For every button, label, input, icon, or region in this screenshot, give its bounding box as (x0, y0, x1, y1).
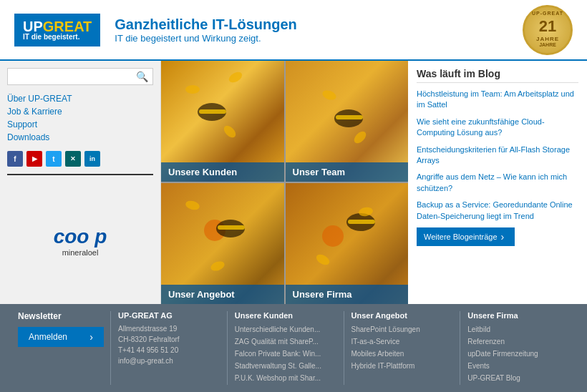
xing-icon[interactable]: ✕ (65, 151, 81, 167)
page-title: Ganzheitliche IT-Lösungen (115, 16, 296, 33)
coop-logo: coo p (54, 227, 107, 247)
nav-ueber[interactable]: Über UP-GREAT (7, 92, 153, 105)
footer-kunden-title: Unsere Kunden (235, 311, 336, 320)
header-subline: IT die begeistert und Wirkung zeigt. (115, 33, 296, 44)
more-blog-button[interactable]: Weitere Blogeinträge › (417, 227, 515, 246)
footer-angebot-0[interactable]: SharePoint Lösungen (351, 323, 453, 335)
grid-firma[interactable]: Unsere Firma (286, 183, 409, 304)
footer-firma: Unsere Firma Leitbild Referenzen upDate … (460, 311, 576, 385)
footer-firma-3[interactable]: Events (467, 360, 569, 372)
footer-company: UP-GREAT AG Allmendstrasse 19 CH-8320 Fe… (111, 311, 228, 385)
partner-logo-area: coo p mineraloel (7, 174, 153, 297)
footer-angebot-3[interactable]: Hybride IT-Plattform (351, 360, 453, 372)
blog-title: Was läuft im Blog (417, 68, 578, 83)
grid-angebot[interactable]: Unser Angebot (161, 183, 284, 304)
search-input[interactable] (12, 72, 136, 82)
footer: Newsletter Anmelden › UP-GREAT AG Allmen… (0, 304, 587, 392)
grid-label-angebot: Unser Angebot (161, 285, 284, 304)
logo-up: UP (23, 19, 43, 34)
footer-angebot-title: Unser Angebot (351, 311, 453, 320)
footer-company-title: UP-GREAT AG (118, 311, 220, 320)
footer-kunden-4[interactable]: P.U.K. Webshop mit Shar... (235, 372, 336, 384)
grid-label-kunden: Unsere Kunden (161, 162, 284, 182)
blog-entry-3[interactable]: Angriffe aus dem Netz – Wie kann ich mic… (417, 172, 578, 194)
search-box[interactable]: 🔍 (7, 68, 153, 85)
blog-entry-0[interactable]: Höchstleistung im Team: Am Arbeitsplatz … (417, 89, 578, 111)
newsletter-title: Newsletter (18, 311, 103, 321)
search-icon[interactable]: 🔍 (136, 71, 148, 82)
blog-entry-2[interactable]: Entscheidungskriterien für All-Flash Sto… (417, 144, 578, 167)
blog-entry-4[interactable]: Backup as a Service: Georedundante Onlin… (417, 200, 578, 222)
nav-support[interactable]: Support (7, 118, 153, 131)
coop-sub: mineraloel (62, 248, 99, 257)
footer-kunden: Unsere Kunden Unterschiedliche Kunden...… (228, 311, 344, 385)
linkedin-icon[interactable]: in (84, 151, 100, 167)
badge-years: 21 (539, 17, 556, 36)
logo-tagline: IT die begeistert. (23, 34, 92, 41)
main-content: 🔍 Über UP-GREAT Job & Karriere Support D… (0, 61, 587, 304)
footer-kunden-1[interactable]: ZAG Qualität mit ShareP... (235, 335, 336, 348)
youtube-icon[interactable]: ▶ (26, 151, 42, 167)
badge-sub-label: JAHRE (539, 42, 556, 48)
nav-job[interactable]: Job & Karriere (7, 105, 153, 118)
facebook-icon[interactable]: f (7, 151, 23, 167)
twitter-icon[interactable]: t (46, 151, 62, 167)
more-blog-label: Weitere Blogeinträge (424, 232, 498, 241)
footer-firma-0[interactable]: Leitbild (467, 323, 569, 335)
logo-great: GREAT (43, 19, 92, 34)
footer-kunden-0[interactable]: Unterschiedliche Kunden... (235, 323, 336, 335)
anmelden-label: Anmelden (29, 332, 67, 342)
footer-angebot: Unser Angebot SharePoint Lösungen IT-as-… (344, 311, 461, 385)
anmelden-button[interactable]: Anmelden › (18, 327, 104, 347)
header: UPGREATIT die begeistert. Ganzheitliche … (0, 0, 587, 61)
grid-kunden[interactable]: Unsere Kunden (161, 61, 284, 182)
social-icons: f ▶ t ✕ in (7, 151, 153, 167)
nav-downloads[interactable]: Downloads (7, 131, 153, 144)
header-text: Ganzheitliche IT-Lösungen IT die begeist… (115, 16, 296, 44)
footer-kunden-3[interactable]: Stadtverwaltung St. Galle... (235, 360, 336, 372)
grid-team[interactable]: Unser Team (286, 61, 409, 182)
footer-firma-title: Unsere Firma (467, 311, 569, 320)
footer-firma-4[interactable]: UP-GREAT Blog (467, 372, 569, 384)
footer-company-address: Allmendstrasse 19 CH-8320 Fehraltorf T+4… (118, 323, 220, 366)
anniversary-badge: UP-GREAT 21 JAHRE JAHRE (523, 5, 573, 55)
anmelden-arrow-icon: › (89, 331, 93, 343)
footer-firma-2[interactable]: upDate Firmenzeitung (467, 348, 569, 360)
grid-label-team: Unser Team (286, 162, 409, 182)
badge-label: JAHRE (536, 36, 559, 43)
footer-firma-1[interactable]: Referenzen (467, 335, 569, 348)
sidebar: 🔍 Über UP-GREAT Job & Karriere Support D… (0, 61, 161, 304)
footer-kunden-2[interactable]: Falcon Private Bank: Win... (235, 348, 336, 360)
badge-top-label: UP-GREAT (532, 11, 563, 16)
image-grid: Unsere Kunden Unser Team Unser Angebot (161, 61, 408, 304)
logo-area: UPGREATIT die begeistert. (14, 14, 100, 46)
footer-newsletter: Newsletter Anmelden › (11, 311, 111, 385)
logo-box[interactable]: UPGREATIT die begeistert. (14, 14, 100, 46)
nav-links: Über UP-GREAT Job & Karriere Support Dow… (7, 92, 153, 144)
grid-label-firma: Unsere Firma (286, 285, 409, 304)
more-blog-arrow-icon: › (501, 231, 505, 242)
footer-angebot-1[interactable]: IT-as-a-Service (351, 335, 453, 348)
footer-angebot-2[interactable]: Mobiles Arbeiten (351, 348, 453, 360)
blog-entry-1[interactable]: Wie sieht eine zukunftsfähige Cloud-Comp… (417, 117, 578, 139)
blog-panel: Was läuft im Blog Höchstleistung im Team… (408, 61, 587, 304)
